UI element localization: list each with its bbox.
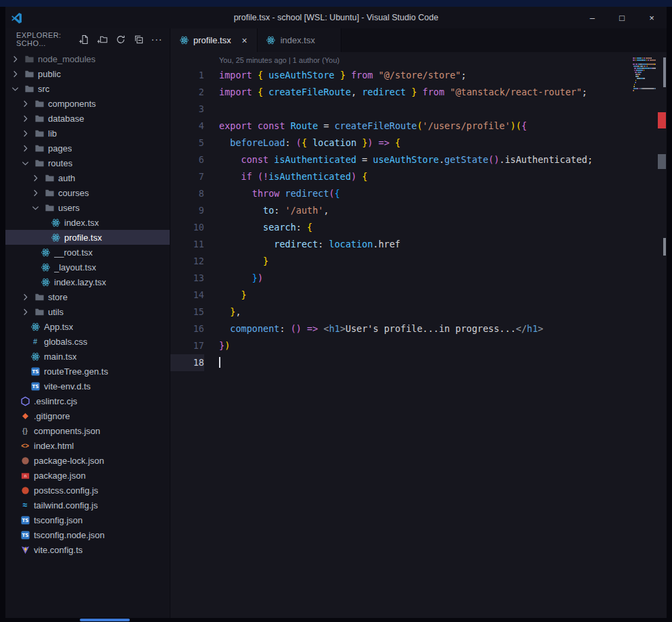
new-file-button[interactable] [78,33,90,45]
tree-file-_layout.tsx[interactable]: _layout.tsx [5,260,170,274]
line-number: 9 [170,202,204,219]
tab-profile.tsx[interactable]: profile.tsx× [170,28,258,52]
error-mark[interactable] [658,112,666,128]
tree-file-vite-env.d.ts[interactable]: TSvite-env.d.ts [5,379,170,393]
close-button[interactable]: × [637,7,667,28]
tree-file-App.tsx[interactable]: App.tsx [5,319,170,334]
code-editor[interactable]: You, 25 minutes ago | 1 author (You) 1im… [170,52,631,618]
tree-file-package.json[interactable]: npackage.json [5,468,170,483]
code-line-15[interactable]: 15 }, [170,304,631,320]
code-line-11[interactable]: 11 redirect: location.href [170,236,631,253]
explorer-title: EXPLORER: SCHO... [16,31,78,47]
gitlens-annotation: You, 25 minutes ago | 1 author (You) [219,53,631,67]
tree-file-globals.css[interactable]: #globals.css [5,334,170,349]
chevron-right-icon [30,187,41,198]
code-line-2[interactable]: 2import { createFileRoute, redirect } fr… [170,84,631,101]
tree-file-tsconfig.node.json[interactable]: TStsconfig.node.json [5,527,170,542]
window-controls: – □ × [577,7,667,28]
tree-file-main.tsx[interactable]: main.tsx [5,349,170,364]
line-number: 10 [170,219,204,236]
refresh-explorer-button[interactable] [114,33,126,45]
tree-file-profile.tsx[interactable]: profile.tsx [5,230,170,245]
explorer-sidebar: EXPLORER: SCHO... ··· node_modulespublic… [5,28,170,618]
tree-file-tsconfig.json[interactable]: TStsconfig.json [5,512,170,527]
tree-folder-store[interactable]: store [5,289,170,304]
maximize-button[interactable]: □ [607,7,637,28]
collapse-all-icon [133,34,144,45]
tree-folder-courses[interactable]: courses [5,185,170,200]
file-label: main.tsx [44,352,76,362]
file-label: __root.tsx [54,247,93,258]
tree-file-index.tsx[interactable]: index.tsx [5,215,170,230]
scrollbar-thumb[interactable] [663,57,666,87]
code-line-4[interactable]: 4export const Route = createFileRoute('/… [170,118,631,135]
code-line-3[interactable]: 3 [170,101,631,118]
file-label: auth [58,173,75,183]
line-number: 13 [170,270,204,287]
sidebar-horizontal-scrollbar[interactable] [80,619,130,621]
tree-folder-auth[interactable]: auth [5,170,170,185]
tree-file-.gitignore[interactable]: .gitignore [5,408,170,423]
tree-folder-components[interactable]: components [5,96,170,111]
code-line-10[interactable]: 10 search: { [170,219,631,236]
file-label: index.html [34,441,74,451]
tree-file-routeTree.gen.ts[interactable]: TSrouteTree.gen.ts [5,364,170,379]
tree-file-components.json[interactable]: {}components.json [5,423,170,438]
code-line-18[interactable]: 18 [170,354,631,371]
minimize-button[interactable]: – [577,7,607,28]
code-line-5[interactable]: 5 beforeLoad: ({ location }) => { [170,135,631,151]
file-label: utils [48,307,64,317]
tree-folder-routes[interactable]: routes [5,156,170,170]
code-line-17[interactable]: 17}) [170,337,631,354]
editor-scrollbar[interactable] [657,52,667,618]
folder-icon [24,83,34,94]
file-label: lib [48,128,57,139]
tree-folder-users[interactable]: users [5,200,170,215]
more-actions-button[interactable]: ··· [151,33,163,45]
line-number: 12 [170,253,204,270]
tree-file-tailwind.config.js[interactable]: ≈tailwind.config.js [5,498,170,512]
tree-folder-utils[interactable]: utils [5,304,170,319]
tree-file-postcss.config.js[interactable]: postcss.config.js [5,483,170,498]
tree-file-index.html[interactable]: <>index.html [5,438,170,453]
file-label: tailwind.config.js [34,500,98,510]
code-line-1[interactable]: 1import { useAuthStore } from "@/store/s… [170,67,631,84]
chevron-right-icon [20,113,30,124]
code-line-9[interactable]: 9 to: '/auth', [170,202,631,219]
code-line-12[interactable]: 12 } [170,253,631,270]
tree-folder-node_modules[interactable]: node_modules [5,51,170,66]
chevron-right-icon [20,98,30,109]
code-line-7[interactable]: 7 if (!isAuthenticated) { [170,168,631,185]
code-line-8[interactable]: 8 throw redirect({ [170,185,631,202]
code-line-16[interactable]: 16 component: () => <h1>User's profile..… [170,320,631,337]
tab-index.tsx[interactable]: index.tsx [258,28,341,52]
change-mark[interactable] [658,154,666,169]
code-line-13[interactable]: 13 }) [170,270,631,287]
tree-file-.eslintrc.cjs[interactable]: .eslintrc.cjs [5,393,170,408]
tree-folder-pages[interactable]: pages [5,141,170,156]
tree-file-__root.tsx[interactable]: __root.tsx [5,245,170,260]
tab-close-icon[interactable]: × [239,35,250,46]
code-line-6[interactable]: 6 const isAuthenticated = useAuthStore.g… [170,151,631,168]
tree-folder-lib[interactable]: lib [5,126,170,141]
code-line-14[interactable]: 14 } [170,287,631,304]
overview-mark[interactable] [663,238,666,256]
file-label: routes [48,158,72,168]
tree-folder-public[interactable]: public [5,66,170,81]
explorer-actions: ··· [78,33,163,45]
tree-folder-src[interactable]: src [5,81,170,96]
postcss-icon [20,485,30,496]
collapse-folders-button[interactable] [133,33,145,45]
tree-file-package-lock.json[interactable]: package-lock.json [5,453,170,468]
tree-file-vite.config.ts[interactable]: vite.config.ts [5,542,170,557]
tab-label: profile.tsx [193,35,231,45]
tailwind-icon: ≈ [20,500,30,510]
minimap[interactable] [631,52,657,618]
chevron-down-icon [20,158,30,168]
tree-folder-database[interactable]: database [5,111,170,126]
chevron-right-icon [9,68,20,79]
react-icon [30,351,41,362]
tree-file-index.lazy.tsx[interactable]: index.lazy.tsx [5,274,170,289]
tab-bar: profile.tsx×index.tsx [170,28,667,52]
new-folder-button[interactable] [96,33,108,45]
